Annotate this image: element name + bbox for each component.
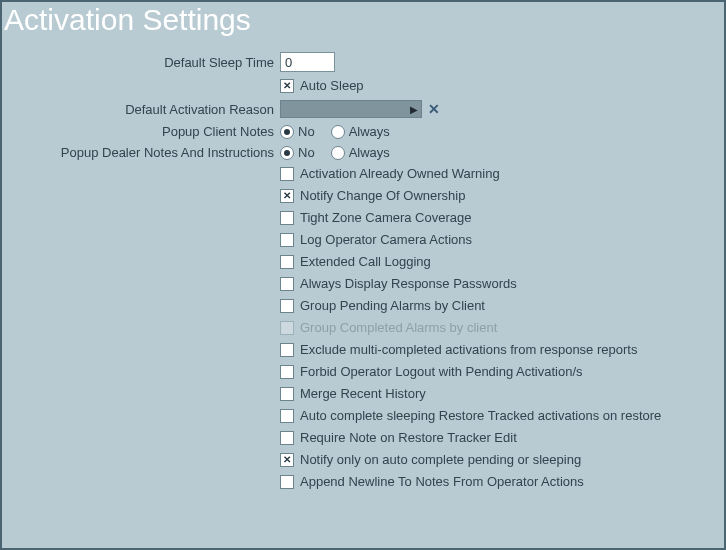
exclude_multi_completed_activations-label: Exclude multi-completed activations from… <box>300 342 637 357</box>
checkbox-list: Activation Already Owned WarningNotify C… <box>2 166 724 489</box>
page-title: Activation Settings <box>2 2 724 40</box>
require_note_on_restore_tracker_edit-checkbox[interactable] <box>280 431 294 445</box>
row-auto_complete_sleeping_restore: Auto complete sleeping Restore Tracked a… <box>2 408 724 423</box>
label-popup-dealer-notes: Popup Dealer Notes And Instructions <box>2 145 280 160</box>
forbid_operator_logout_pending-label: Forbid Operator Logout with Pending Acti… <box>300 364 583 379</box>
row-default-activation-reason: Default Activation Reason ▶ ✕ <box>2 100 724 118</box>
notify_change_of_ownership-label: Notify Change Of Ownership <box>300 188 465 203</box>
row-default-sleep-time: Default Sleep Time <box>2 52 724 72</box>
require_note_on_restore_tracker_edit-label: Require Note on Restore Tracker Edit <box>300 430 517 445</box>
append_newline_to_notes-label: Append Newline To Notes From Operator Ac… <box>300 474 584 489</box>
clear-activation-reason-icon[interactable]: ✕ <box>428 101 440 117</box>
row-tight_zone_camera_coverage: Tight Zone Camera Coverage <box>2 210 724 225</box>
settings-form: Default Sleep Time Auto Sleep Default Ac… <box>2 40 724 489</box>
row-log_operator_camera_actions: Log Operator Camera Actions <box>2 232 724 247</box>
tight_zone_camera_coverage-checkbox[interactable] <box>280 211 294 225</box>
merge_recent_history-checkbox[interactable] <box>280 387 294 401</box>
row-extended_call_logging: Extended Call Logging <box>2 254 724 269</box>
notify_only_on_auto_complete-checkbox[interactable] <box>280 453 294 467</box>
merge_recent_history-label: Merge Recent History <box>300 386 426 401</box>
auto-sleep-checkbox[interactable] <box>280 79 294 93</box>
row-exclude_multi_completed_activations: Exclude multi-completed activations from… <box>2 342 724 357</box>
popup-client-notes-no-radio[interactable] <box>280 125 294 139</box>
group_completed_alarms_by_client-label: Group Completed Alarms by client <box>300 320 497 335</box>
popup-dealer-notes-no-radio[interactable] <box>280 146 294 160</box>
popup-client-notes-always-radio[interactable] <box>331 125 345 139</box>
log_operator_camera_actions-checkbox[interactable] <box>280 233 294 247</box>
popup-client-notes-no-label: No <box>298 124 315 139</box>
label-popup-client-notes: Popup Client Notes <box>2 124 280 139</box>
notify_change_of_ownership-checkbox[interactable] <box>280 189 294 203</box>
row-merge_recent_history: Merge Recent History <box>2 386 724 401</box>
dropdown-value <box>281 101 407 117</box>
label-default-sleep-time: Default Sleep Time <box>2 55 280 70</box>
activation_already_owned_warning-label: Activation Already Owned Warning <box>300 166 500 181</box>
row-group_pending_alarms_by_client: Group Pending Alarms by Client <box>2 298 724 313</box>
group_pending_alarms_by_client-label: Group Pending Alarms by Client <box>300 298 485 313</box>
row-popup-client-notes: Popup Client Notes No Always <box>2 124 724 139</box>
row-notify_only_on_auto_complete: Notify only on auto complete pending or … <box>2 452 724 467</box>
auto-sleep-label: Auto Sleep <box>300 78 364 93</box>
extended_call_logging-label: Extended Call Logging <box>300 254 431 269</box>
popup-dealer-notes-always-radio[interactable] <box>331 146 345 160</box>
activation_already_owned_warning-checkbox[interactable] <box>280 167 294 181</box>
row-auto-sleep: Auto Sleep <box>2 78 724 93</box>
tight_zone_camera_coverage-label: Tight Zone Camera Coverage <box>300 210 472 225</box>
popup-dealer-notes-no-label: No <box>298 145 315 160</box>
default-activation-reason-dropdown[interactable]: ▶ <box>280 100 422 118</box>
auto_complete_sleeping_restore-checkbox[interactable] <box>280 409 294 423</box>
default-sleep-time-input[interactable] <box>280 52 335 72</box>
row-append_newline_to_notes: Append Newline To Notes From Operator Ac… <box>2 474 724 489</box>
activation-settings-window: Activation Settings { "title": "Activati… <box>0 0 726 550</box>
row-always_display_response_passwords: Always Display Response Passwords <box>2 276 724 291</box>
row-require_note_on_restore_tracker_edit: Require Note on Restore Tracker Edit <box>2 430 724 445</box>
notify_only_on_auto_complete-label: Notify only on auto complete pending or … <box>300 452 581 467</box>
row-notify_change_of_ownership: Notify Change Of Ownership <box>2 188 724 203</box>
exclude_multi_completed_activations-checkbox[interactable] <box>280 343 294 357</box>
auto_complete_sleeping_restore-label: Auto complete sleeping Restore Tracked a… <box>300 408 661 423</box>
row-forbid_operator_logout_pending: Forbid Operator Logout with Pending Acti… <box>2 364 724 379</box>
always_display_response_passwords-label: Always Display Response Passwords <box>300 276 517 291</box>
row-activation_already_owned_warning: Activation Already Owned Warning <box>2 166 724 181</box>
dropdown-arrow-icon: ▶ <box>407 104 421 115</box>
group_pending_alarms_by_client-checkbox[interactable] <box>280 299 294 313</box>
forbid_operator_logout_pending-checkbox[interactable] <box>280 365 294 379</box>
log_operator_camera_actions-label: Log Operator Camera Actions <box>300 232 472 247</box>
always_display_response_passwords-checkbox[interactable] <box>280 277 294 291</box>
extended_call_logging-checkbox[interactable] <box>280 255 294 269</box>
row-popup-dealer-notes: Popup Dealer Notes And Instructions No A… <box>2 145 724 160</box>
popup-dealer-notes-always-label: Always <box>349 145 390 160</box>
row-group_completed_alarms_by_client: Group Completed Alarms by client <box>2 320 724 335</box>
label-default-activation-reason: Default Activation Reason <box>2 102 280 117</box>
append_newline_to_notes-checkbox[interactable] <box>280 475 294 489</box>
popup-client-notes-always-label: Always <box>349 124 390 139</box>
group_completed_alarms_by_client-checkbox <box>280 321 294 335</box>
